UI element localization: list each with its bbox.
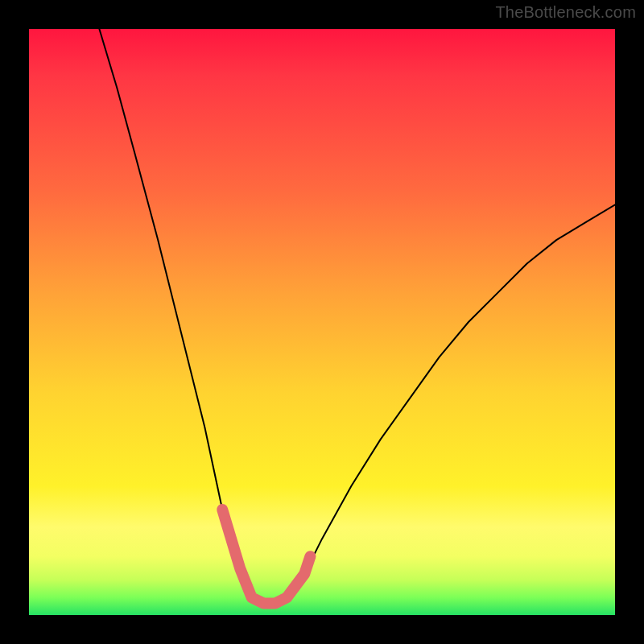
chart-frame: TheBottleneck.com: [0, 0, 644, 644]
chart-svg: [29, 29, 615, 615]
plot-area: [29, 29, 615, 615]
highlight-segment: [222, 510, 310, 603]
watermark-text: TheBottleneck.com: [495, 3, 636, 22]
bottleneck-curve: [99, 29, 615, 603]
